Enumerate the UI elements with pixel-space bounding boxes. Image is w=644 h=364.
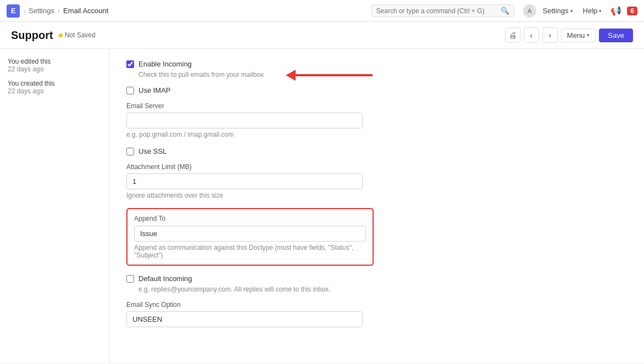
menu-button[interactable]: Menu ▾ (561, 29, 596, 42)
search-icon: 🔍 (501, 7, 509, 15)
content-area: Enable Incoming Check this to pull email… (110, 49, 644, 363)
arrow-body (296, 74, 373, 76)
forward-button[interactable]: › (542, 27, 558, 43)
arrow-annotation (286, 70, 373, 81)
attachment-limit-label: Attachment Limit (MB) (126, 163, 628, 171)
use-imap-section: Use IMAP (126, 86, 628, 94)
sidebar-edited-label: You edited this (8, 58, 102, 65)
avatar: A (523, 4, 536, 18)
use-ssl-row: Use SSL (126, 147, 628, 155)
navbar: E › Settings › Email Account 🔍 A Setting… (0, 0, 644, 22)
use-ssl-label[interactable]: Use SSL (138, 147, 166, 155)
breadcrumb-settings[interactable]: Settings (29, 7, 54, 15)
default-incoming-section: Default Incoming e.g. replies@yourcompan… (126, 275, 628, 293)
enable-incoming-label[interactable]: Enable Incoming (138, 60, 192, 68)
email-sync-group: Email Sync Option (126, 301, 628, 327)
use-imap-checkbox[interactable] (126, 87, 134, 94)
save-button[interactable]: Save (599, 29, 633, 42)
enable-incoming-row: Enable Incoming (126, 60, 628, 68)
settings-nav-button[interactable]: Settings ▾ (540, 5, 576, 16)
email-server-hint: e.g. pop.gmail.com / imap.gmail.com (126, 131, 628, 138)
sidebar-entry-created: You created this 22 days ago (8, 80, 102, 95)
use-ssl-checkbox[interactable] (126, 148, 134, 155)
email-sync-input[interactable] (126, 311, 363, 327)
append-to-label: Append To (134, 215, 366, 222)
help-dropdown-arrow: ▾ (599, 8, 602, 14)
default-incoming-hint: e.g. replies@yourcompany.com. All replie… (138, 285, 628, 293)
title-area: Support Not Saved (11, 29, 96, 42)
email-server-group: Email Server e.g. pop.gmail.com / imap.g… (126, 102, 628, 138)
main-layout: You edited this 22 days ago You created … (0, 49, 644, 363)
breadcrumb-email-account[interactable]: Email Account (63, 7, 108, 15)
back-button[interactable]: ‹ (524, 27, 539, 43)
app-icon[interactable]: E (7, 4, 20, 18)
use-imap-label[interactable]: Use IMAP (138, 86, 171, 94)
enable-incoming-hint: Check this to pull emails from your mail… (138, 71, 628, 79)
append-to-input[interactable] (134, 226, 366, 242)
page-header: Support Not Saved 🖨 ‹ › Menu ▾ Save (0, 22, 644, 49)
email-sync-label: Email Sync Option (126, 301, 628, 309)
notification-badge[interactable]: 6 (627, 7, 637, 15)
not-saved-badge: Not Saved (59, 31, 96, 39)
sidebar-created-time: 22 days ago (8, 87, 102, 95)
sidebar: You edited this 22 days ago You created … (0, 49, 110, 363)
menu-dropdown-arrow: ▾ (587, 32, 590, 38)
use-ssl-section: Use SSL (126, 147, 628, 155)
not-saved-dot (59, 33, 63, 37)
help-nav-button[interactable]: Help ▾ (580, 5, 606, 16)
print-button[interactable]: 🖨 (505, 27, 520, 43)
append-to-group-highlighted: Append To Append as communication agains… (126, 208, 374, 266)
not-saved-label: Not Saved (65, 31, 96, 39)
arrow-head (286, 70, 296, 81)
breadcrumb-chevron-1: › (23, 7, 25, 15)
search-bar[interactable]: 🔍 (371, 4, 514, 17)
sidebar-edited-time: 22 days ago (8, 65, 102, 73)
breadcrumb-chevron-2: › (58, 7, 60, 15)
search-input[interactable] (376, 7, 501, 15)
enable-incoming-section: Enable Incoming Check this to pull email… (126, 60, 628, 79)
email-server-label: Email Server (126, 102, 628, 110)
settings-dropdown-arrow: ▾ (570, 8, 573, 14)
attachment-limit-input[interactable] (126, 173, 363, 189)
sidebar-created-label: You created this (8, 80, 102, 87)
sidebar-entry-edited: You edited this 22 days ago (8, 58, 102, 73)
announcements-icon[interactable]: 📢 (610, 5, 621, 16)
form-content: Enable Incoming Check this to pull email… (126, 60, 628, 347)
email-server-input[interactable] (126, 113, 363, 128)
append-to-hint: Append as communication against this Doc… (134, 244, 366, 259)
attachment-limit-group: Attachment Limit (MB) Ignore attachments… (126, 163, 628, 199)
default-incoming-checkbox[interactable] (126, 275, 134, 283)
use-imap-row: Use IMAP (126, 86, 628, 94)
default-incoming-label[interactable]: Default Incoming (138, 275, 192, 283)
default-incoming-row: Default Incoming (126, 275, 628, 283)
page-title: Support (11, 29, 53, 42)
enable-incoming-checkbox[interactable] (126, 60, 134, 68)
page-actions: 🖨 ‹ › Menu ▾ Save (505, 27, 633, 43)
attachment-limit-hint: Ignore attachments over this size (126, 192, 628, 199)
